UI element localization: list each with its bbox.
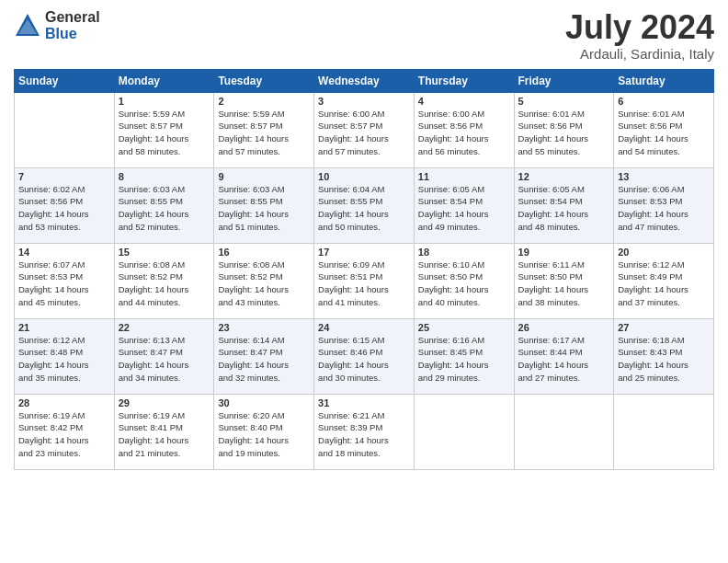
calendar-header: Sunday Monday Tuesday Wednesday Thursday… bbox=[15, 69, 714, 92]
calendar-cell: 20Sunrise: 6:12 AM Sunset: 8:49 PM Dayli… bbox=[614, 243, 714, 318]
day-info: Sunrise: 6:01 AM Sunset: 8:56 PM Dayligh… bbox=[518, 108, 610, 158]
logo-general-text: General bbox=[45, 9, 100, 26]
day-number: 27 bbox=[618, 322, 710, 333]
calendar-body: 1Sunrise: 5:59 AM Sunset: 8:57 PM Daylig… bbox=[15, 92, 714, 469]
day-number: 21 bbox=[18, 322, 110, 333]
calendar-cell: 4Sunrise: 6:00 AM Sunset: 8:56 PM Daylig… bbox=[414, 92, 514, 167]
calendar-cell: 21Sunrise: 6:12 AM Sunset: 8:48 PM Dayli… bbox=[15, 318, 115, 394]
day-info: Sunrise: 6:12 AM Sunset: 8:48 PM Dayligh… bbox=[18, 334, 110, 385]
day-number: 19 bbox=[518, 247, 610, 258]
day-info: Sunrise: 6:18 AM Sunset: 8:43 PM Dayligh… bbox=[618, 334, 710, 385]
calendar-cell: 26Sunrise: 6:17 AM Sunset: 8:44 PM Dayli… bbox=[514, 318, 614, 394]
day-number: 4 bbox=[418, 96, 510, 107]
day-number: 11 bbox=[418, 171, 510, 182]
col-monday: Monday bbox=[114, 69, 214, 92]
day-info: Sunrise: 6:11 AM Sunset: 8:50 PM Dayligh… bbox=[518, 259, 610, 309]
day-info: Sunrise: 6:15 AM Sunset: 8:46 PM Dayligh… bbox=[318, 334, 410, 385]
calendar-cell: 2Sunrise: 5:59 AM Sunset: 8:57 PM Daylig… bbox=[214, 92, 314, 167]
day-number: 28 bbox=[18, 397, 110, 408]
day-number: 6 bbox=[618, 96, 710, 107]
day-info: Sunrise: 6:17 AM Sunset: 8:44 PM Dayligh… bbox=[518, 334, 610, 385]
week-row-2: 7Sunrise: 6:02 AM Sunset: 8:56 PM Daylig… bbox=[15, 167, 714, 243]
calendar-table: Sunday Monday Tuesday Wednesday Thursday… bbox=[14, 69, 714, 470]
calendar-cell: 14Sunrise: 6:07 AM Sunset: 8:53 PM Dayli… bbox=[15, 243, 115, 318]
title-block: July 2024 Ardauli, Sardinia, Italy bbox=[565, 9, 714, 62]
calendar-cell: 29Sunrise: 6:19 AM Sunset: 8:41 PM Dayli… bbox=[114, 394, 214, 469]
day-number: 10 bbox=[318, 171, 410, 182]
calendar-cell: 31Sunrise: 6:21 AM Sunset: 8:39 PM Dayli… bbox=[314, 394, 415, 469]
day-info: Sunrise: 6:05 AM Sunset: 8:54 PM Dayligh… bbox=[518, 183, 610, 234]
day-info: Sunrise: 6:03 AM Sunset: 8:55 PM Dayligh… bbox=[119, 183, 210, 234]
calendar-cell: 30Sunrise: 6:20 AM Sunset: 8:40 PM Dayli… bbox=[214, 394, 314, 469]
day-info: Sunrise: 6:08 AM Sunset: 8:52 PM Dayligh… bbox=[218, 259, 310, 309]
day-number: 3 bbox=[318, 96, 410, 107]
calendar-cell: 23Sunrise: 6:14 AM Sunset: 8:47 PM Dayli… bbox=[214, 318, 314, 394]
day-info: Sunrise: 5:59 AM Sunset: 8:57 PM Dayligh… bbox=[218, 108, 310, 158]
week-row-3: 14Sunrise: 6:07 AM Sunset: 8:53 PM Dayli… bbox=[15, 243, 714, 318]
col-sunday: Sunday bbox=[15, 69, 115, 92]
day-info: Sunrise: 6:09 AM Sunset: 8:51 PM Dayligh… bbox=[318, 259, 410, 309]
day-info: Sunrise: 6:00 AM Sunset: 8:57 PM Dayligh… bbox=[318, 108, 410, 158]
day-number: 30 bbox=[218, 397, 310, 408]
day-info: Sunrise: 6:05 AM Sunset: 8:54 PM Dayligh… bbox=[418, 183, 510, 234]
day-number: 17 bbox=[318, 247, 410, 258]
col-thursday: Thursday bbox=[414, 69, 514, 92]
calendar-cell: 6Sunrise: 6:01 AM Sunset: 8:56 PM Daylig… bbox=[614, 92, 714, 167]
day-number: 31 bbox=[318, 397, 410, 408]
col-friday: Friday bbox=[514, 69, 614, 92]
day-number: 5 bbox=[518, 96, 610, 107]
day-number: 2 bbox=[218, 96, 310, 107]
page-container: General Blue July 2024 Ardauli, Sardinia… bbox=[0, 0, 728, 479]
page-header: General Blue July 2024 Ardauli, Sardinia… bbox=[14, 9, 714, 62]
day-number: 7 bbox=[18, 171, 110, 182]
day-info: Sunrise: 6:19 AM Sunset: 8:42 PM Dayligh… bbox=[18, 409, 110, 460]
calendar-cell: 24Sunrise: 6:15 AM Sunset: 8:46 PM Dayli… bbox=[314, 318, 415, 394]
week-row-1: 1Sunrise: 5:59 AM Sunset: 8:57 PM Daylig… bbox=[15, 92, 714, 167]
calendar-cell: 9Sunrise: 6:03 AM Sunset: 8:55 PM Daylig… bbox=[214, 167, 314, 243]
logo-blue-text: Blue bbox=[45, 26, 100, 42]
calendar-cell bbox=[514, 394, 614, 469]
day-number: 16 bbox=[218, 247, 310, 258]
day-info: Sunrise: 6:10 AM Sunset: 8:50 PM Dayligh… bbox=[418, 259, 510, 309]
day-info: Sunrise: 6:14 AM Sunset: 8:47 PM Dayligh… bbox=[218, 334, 310, 385]
week-row-4: 21Sunrise: 6:12 AM Sunset: 8:48 PM Dayli… bbox=[15, 318, 714, 394]
calendar-cell: 1Sunrise: 5:59 AM Sunset: 8:57 PM Daylig… bbox=[114, 92, 214, 167]
day-info: Sunrise: 6:06 AM Sunset: 8:53 PM Dayligh… bbox=[618, 183, 710, 234]
day-info: Sunrise: 6:04 AM Sunset: 8:55 PM Dayligh… bbox=[318, 183, 410, 234]
day-info: Sunrise: 6:08 AM Sunset: 8:52 PM Dayligh… bbox=[119, 259, 210, 309]
day-number: 18 bbox=[418, 247, 510, 258]
day-number: 8 bbox=[119, 171, 210, 182]
logo-icon bbox=[14, 12, 41, 40]
calendar-cell bbox=[414, 394, 514, 469]
calendar-cell: 19Sunrise: 6:11 AM Sunset: 8:50 PM Dayli… bbox=[514, 243, 614, 318]
col-saturday: Saturday bbox=[614, 69, 714, 92]
calendar-cell: 8Sunrise: 6:03 AM Sunset: 8:55 PM Daylig… bbox=[114, 167, 214, 243]
week-row-5: 28Sunrise: 6:19 AM Sunset: 8:42 PM Dayli… bbox=[15, 394, 714, 469]
calendar-cell: 10Sunrise: 6:04 AM Sunset: 8:55 PM Dayli… bbox=[314, 167, 415, 243]
day-info: Sunrise: 5:59 AM Sunset: 8:57 PM Dayligh… bbox=[119, 108, 210, 158]
day-number: 12 bbox=[518, 171, 610, 182]
day-info: Sunrise: 6:16 AM Sunset: 8:45 PM Dayligh… bbox=[418, 334, 510, 385]
day-info: Sunrise: 6:19 AM Sunset: 8:41 PM Dayligh… bbox=[119, 409, 210, 460]
day-number: 9 bbox=[218, 171, 310, 182]
day-info: Sunrise: 6:03 AM Sunset: 8:55 PM Dayligh… bbox=[218, 183, 310, 234]
day-info: Sunrise: 6:21 AM Sunset: 8:39 PM Dayligh… bbox=[318, 409, 410, 460]
day-info: Sunrise: 6:00 AM Sunset: 8:56 PM Dayligh… bbox=[418, 108, 510, 158]
day-number: 1 bbox=[119, 96, 210, 107]
calendar-cell: 15Sunrise: 6:08 AM Sunset: 8:52 PM Dayli… bbox=[114, 243, 214, 318]
calendar-cell: 11Sunrise: 6:05 AM Sunset: 8:54 PM Dayli… bbox=[414, 167, 514, 243]
location-text: Ardauli, Sardinia, Italy bbox=[565, 46, 714, 62]
calendar-cell: 17Sunrise: 6:09 AM Sunset: 8:51 PM Dayli… bbox=[314, 243, 415, 318]
calendar-cell: 27Sunrise: 6:18 AM Sunset: 8:43 PM Dayli… bbox=[614, 318, 714, 394]
col-tuesday: Tuesday bbox=[214, 69, 314, 92]
day-number: 26 bbox=[518, 322, 610, 333]
logo-text: General Blue bbox=[45, 9, 100, 41]
day-number: 29 bbox=[119, 397, 210, 408]
header-row: Sunday Monday Tuesday Wednesday Thursday… bbox=[15, 69, 714, 92]
day-info: Sunrise: 6:20 AM Sunset: 8:40 PM Dayligh… bbox=[218, 409, 310, 460]
calendar-cell: 16Sunrise: 6:08 AM Sunset: 8:52 PM Dayli… bbox=[214, 243, 314, 318]
month-title: July 2024 bbox=[565, 9, 714, 46]
day-number: 25 bbox=[418, 322, 510, 333]
calendar-cell: 25Sunrise: 6:16 AM Sunset: 8:45 PM Dayli… bbox=[414, 318, 514, 394]
day-info: Sunrise: 6:01 AM Sunset: 8:56 PM Dayligh… bbox=[618, 108, 710, 158]
